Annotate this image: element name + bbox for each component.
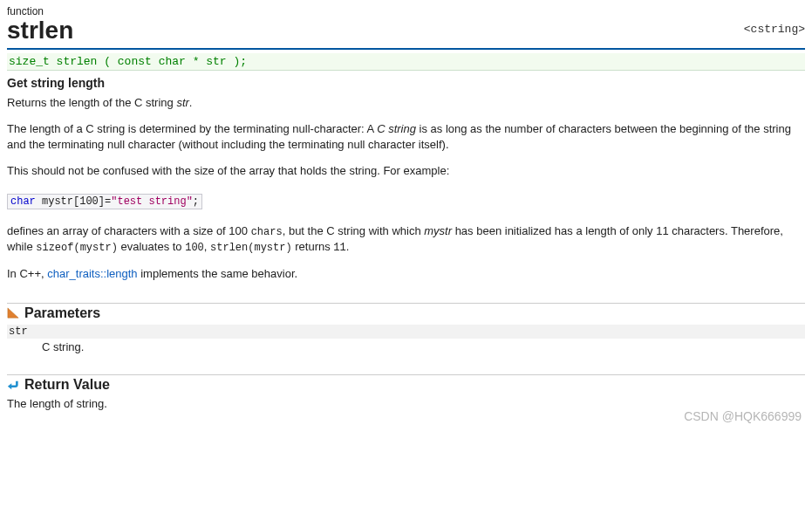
triangle-icon <box>7 307 19 319</box>
svg-marker-1 <box>8 384 11 390</box>
desc-para-5: In C++, char_traits::length implements t… <box>7 266 805 282</box>
mono: 100 <box>185 242 204 254</box>
mono: sizeof(mystr) <box>36 242 118 254</box>
subtitle: Get string length <box>7 76 805 90</box>
text: Returns the length of the C string <box>7 96 176 109</box>
code-tail: ; <box>193 195 199 208</box>
text: defines an array of characters with a si… <box>7 224 251 237</box>
mono: strlen(mystr) <box>210 242 292 254</box>
svg-marker-0 <box>8 308 18 318</box>
text: . <box>189 96 193 109</box>
link-char-traits-length[interactable]: char_traits::length <box>47 267 137 280</box>
text: implements the same behavior. <box>138 267 298 280</box>
text: returns <box>292 240 334 253</box>
param-name: str <box>7 325 805 339</box>
desc-para-2: The length of a C string is determined b… <box>7 121 805 153</box>
desc-para-4: defines an array of characters with a si… <box>7 223 805 257</box>
mono: 11 <box>333 242 345 254</box>
page-title: strlen <box>7 17 805 45</box>
code-decl: mystr[100]= <box>36 195 111 208</box>
text: , <box>204 240 210 253</box>
watermark: CSDN @HQK666999 <box>684 409 802 423</box>
section-rule <box>7 374 805 375</box>
function-signature: size_t strlen ( const char * str ); <box>7 53 805 71</box>
text: . <box>346 240 350 253</box>
mono: chars <box>251 226 283 238</box>
section-return-value: Return Value <box>7 377 805 393</box>
return-arrow-icon <box>7 379 19 391</box>
section-title: Return Value <box>24 377 110 393</box>
text: evaluates to <box>118 240 185 253</box>
text: In C++, <box>7 267 47 280</box>
desc-para-3: This should not be confused with the siz… <box>7 163 805 179</box>
doc-kind: function <box>7 5 805 17</box>
title-rule <box>7 48 805 50</box>
param-ref: str <box>176 96 188 109</box>
section-title: Parameters <box>24 305 100 321</box>
term: mystr <box>424 224 452 237</box>
term: C string <box>377 122 416 135</box>
text: , but the C string with which <box>283 224 425 237</box>
code-keyword: char <box>10 195 36 208</box>
code-string: "test string" <box>111 195 193 208</box>
desc-para-1: Returns the length of the C string str. <box>7 95 805 111</box>
code-example: char mystr[100]="test string"; <box>7 194 202 209</box>
section-parameters: Parameters <box>7 305 805 321</box>
header-include: <cstring> <box>744 23 805 36</box>
param-desc: C string. <box>42 340 805 353</box>
text: The length of a C string is determined b… <box>7 122 377 135</box>
section-rule <box>7 303 805 304</box>
